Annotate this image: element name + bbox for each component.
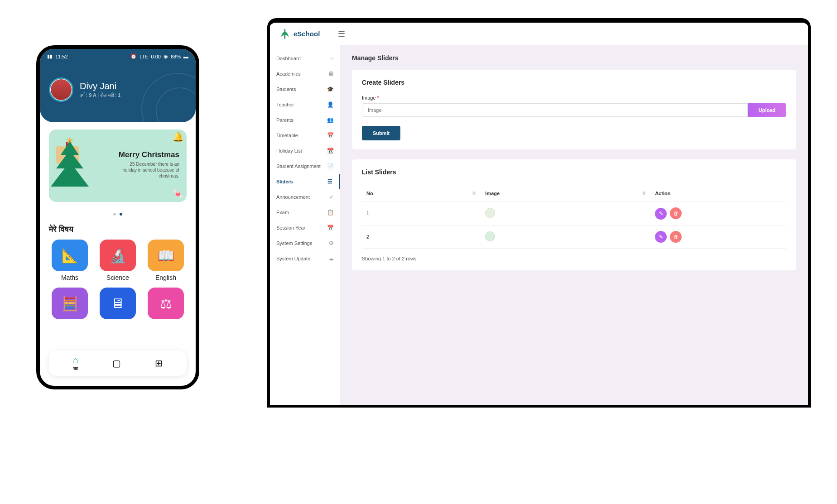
cell-no: 1 [362,202,481,226]
microscope-icon: 🔬 [110,248,126,264]
showing-text: Showing 1 to 2 of 2 rows [362,256,786,261]
avatar[interactable] [49,77,73,102]
subjects-section-title: मेरे विषय [49,225,187,234]
sliders-table: No⇅ Image⇅ Action 1 ✎ 🗑 [362,185,786,249]
battery-icon: ▬ [183,54,188,59]
subject-item[interactable]: 🖥 [97,288,139,319]
sidebar: Dashboard⌂ Academics🏛 Students🎓 Teacher👤… [270,45,340,405]
banner-card[interactable]: 🔔 🍬 ★ Merry Christmas 25 December there … [49,130,187,202]
topbar: eSchool ☰ [270,23,808,45]
graduation-icon: 🎓 [327,86,334,92]
desktop-mockup: eSchool ☰ Dashboard⌂ Academics🏛 Students… [267,18,811,408]
edit-button[interactable]: ✎ [655,208,667,220]
sidebar-item-settings[interactable]: System Settings⚙ [270,235,340,251]
cell-action: ✎ 🗑 [650,225,786,249]
image-input[interactable] [362,103,748,117]
col-image[interactable]: Image⇅ [481,185,650,202]
home-icon: ⌂ [331,55,334,62]
sidebar-item-teacher[interactable]: Teacher👤 [270,97,340,112]
nav-more[interactable]: ⊞ [155,358,163,369]
grid-plus-icon: ⊞ [155,358,163,369]
create-sliders-card: Create Sliders Image * Upload Submit [352,70,796,149]
wifi-icon: ◉ [164,53,168,59]
banner-title: Merry Christmas [115,150,179,159]
table-row: 1 ✎ 🗑 [362,202,786,226]
file-icon: 📄 [327,163,334,169]
col-action: Action [650,185,786,202]
carousel-dots[interactable] [40,209,196,217]
cell-no: 2 [362,225,481,249]
bell-icon: 🔔 [173,131,184,142]
list-sliders-card: List Sliders No⇅ Image⇅ Action 1 [352,159,796,270]
delete-button[interactable]: 🗑 [670,207,682,219]
data-rate: 0.00 [151,54,161,59]
nav-home[interactable]: ⌂ घट [73,355,78,371]
slider-thumbnail [485,208,495,218]
slider-thumbnail [485,231,495,241]
book-icon: 📖 [158,248,174,264]
bank-icon: 🏛 [328,71,334,77]
page-title: Manage Sliders [352,54,796,62]
sidebar-item-academics[interactable]: Academics🏛 [270,66,340,82]
sidebar-item-sliders[interactable]: Sliders☰ [270,174,340,189]
cloud-icon: ☁ [328,255,334,262]
edit-button[interactable]: ✎ [655,231,667,243]
delete-button[interactable]: 🗑 [670,231,682,243]
submit-button[interactable]: Submit [362,126,400,140]
candy-cane-icon: 🍬 [173,188,184,199]
book-icon: ▢ [112,358,121,369]
list-icon: ☰ [327,178,332,185]
sidebar-item-announcement[interactable]: Announcement✓ [270,189,340,205]
col-no[interactable]: No⇅ [362,185,481,202]
nav-library[interactable]: ▢ [112,358,121,369]
list-card-title: List Sliders [362,168,786,176]
sidebar-item-assignment[interactable]: Student Assignment📄 [270,158,340,174]
brand-name: eSchool [293,30,320,38]
phone-mockup: ▮▮ 11:52 ⏰ LTE 0.00 ◉ 68% ▬ Divy Jani वर… [36,45,199,389]
calendar-check-icon: 📆 [327,148,334,154]
upload-button[interactable]: Upload [748,103,786,117]
logo[interactable]: eSchool [279,28,338,40]
sidebar-item-dashboard[interactable]: Dashboard⌂ [270,51,340,66]
calendar-icon: 📅 [327,132,334,139]
image-label: Image * [362,95,786,101]
sort-icon: ⇅ [642,191,646,196]
lte-icon: LTE [140,54,148,59]
hamburger-icon[interactable]: ☰ [338,29,345,39]
monitor-icon: 🖥 [111,296,125,311]
sidebar-item-session-year[interactable]: Session Year📅 [270,220,340,235]
gear-icon: ⚙ [329,240,334,246]
calculator-icon: 🧮 [62,296,78,312]
check-icon: ✓ [329,194,334,200]
christmas-illustration: ★ [56,137,111,195]
person-icon: 👤 [327,101,334,108]
clipboard-icon: 📋 [327,209,334,216]
subjects-grid: 📐 Maths 🔬 Science 📖 English 🧮 🖥 ⚖ [40,240,196,319]
cell-image [481,202,650,226]
calendar-icon: 📅 [327,225,334,231]
profile-subline: वर्ग : 9 A | रोल नहीं : 1 [80,92,120,98]
subject-item[interactable]: 🧮 [49,288,91,319]
table-row: 2 ✎ 🗑 [362,225,786,249]
cell-image [481,225,650,249]
sidebar-item-exam[interactable]: Exam📋 [270,205,340,220]
subject-maths[interactable]: 📐 Maths [49,240,91,281]
signal-icon: ▮▮ [47,53,53,59]
sidebar-item-students[interactable]: Students🎓 [270,82,340,97]
sort-icon: ⇅ [472,191,476,196]
battery-percent: 68% [171,54,181,59]
profile-name: Divy Jani [80,81,120,91]
home-icon: ⌂ [73,355,78,365]
logo-icon [279,28,291,40]
subject-item[interactable]: ⚖ [145,288,187,319]
sidebar-item-update[interactable]: System Update☁ [270,251,340,266]
profile-header: Divy Jani वर्ग : 9 A | रोल नहीं : 1 [40,64,196,122]
status-time: 11:52 [55,54,68,59]
sidebar-item-parents[interactable]: Parents👥 [270,112,340,128]
sidebar-item-holiday[interactable]: Holiday List📆 [270,143,340,158]
subject-english[interactable]: 📖 English [145,240,187,281]
compass-icon: ⚖ [160,296,172,312]
subject-science[interactable]: 🔬 Science [97,240,139,281]
sidebar-item-timetable[interactable]: Timetable📅 [270,128,340,143]
banner-description: 25 December there is an holiday in schoo… [115,161,179,179]
